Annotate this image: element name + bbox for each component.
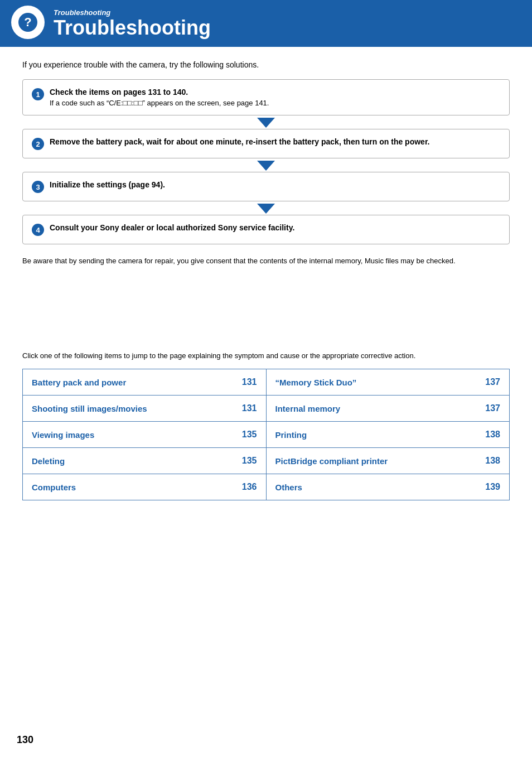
jump-cell-printing[interactable]: Printing 138 [266,422,510,448]
jump-page: 139 [485,482,500,492]
jump-cell-inner: Internal memory 137 [275,403,501,413]
jump-cell-inner: Shooting still images/movies 131 [32,403,257,413]
jump-page: 131 [242,377,257,387]
step-number-1: 1 [32,88,44,100]
main-content: If you experience trouble with the camer… [0,47,532,523]
step-arrow-2 [22,161,510,171]
jump-page: 135 [242,456,257,466]
intro-text: If you experience trouble with the camer… [22,60,510,69]
question-mark-icon: ? [18,12,38,32]
jump-cell-others[interactable]: Others 139 [266,474,510,500]
jump-intro: Click one of the following items to jump… [22,350,510,361]
jump-label: Shooting still images/movies [32,404,147,413]
jump-label: “Memory Stick Duo” [275,378,357,387]
jump-label: Viewing images [32,430,94,440]
jump-label: Printing [275,430,307,440]
jump-table: Battery pack and power 131 “Memory Stick… [22,369,510,500]
jump-label: PictBridge compliant printer [275,456,388,466]
jump-page: 135 [242,430,257,440]
step-heading-4: Consult your Sony dealer or local author… [50,223,294,232]
step-number-2: 2 [32,138,44,150]
svg-text:?: ? [24,15,31,29]
jump-page: 136 [242,482,257,492]
step-heading-2: Remove the battery pack, wait for about … [50,137,429,146]
jump-label: Battery pack and power [32,378,126,387]
jump-cell-inner: “Memory Stick Duo” 137 [275,377,501,387]
jump-label: Others [275,483,302,492]
jump-cell-inner: Deleting 135 [32,456,257,466]
jump-label: Deleting [32,456,65,466]
step-heading-1: Check the items on pages 131 to 140. [50,88,188,97]
steps-container: 1 Check the items on pages 131 to 140. I… [22,79,510,244]
step-arrow-3 [22,204,510,214]
jump-cell-deleting[interactable]: Deleting 135 [23,448,267,474]
step-number-3: 3 [32,181,44,193]
jump-page: 138 [485,456,500,466]
jump-cell-inner: Computers 136 [32,482,257,492]
header-icon: ? [11,6,45,39]
jump-label: Computers [32,483,76,492]
header-title: Troubleshooting [54,17,211,39]
step-box-3: 3 Initialize the settings (page 94). [22,172,510,201]
note-text: Be aware that by sending the camera for … [22,255,510,267]
jump-cell-shootingstillimages/movies[interactable]: Shooting still images/movies 131 [23,396,267,422]
jump-page: 138 [485,430,500,440]
step-box-1: 1 Check the items on pages 131 to 140. I… [22,79,510,115]
jump-cell-inner: Battery pack and power 131 [32,377,257,387]
jump-page: 137 [485,403,500,413]
step-content-1: Check the items on pages 131 to 140. If … [50,88,500,107]
page-number: 130 [17,734,33,746]
jump-cell-pictbridgecompliantprinter[interactable]: PictBridge compliant printer 138 [266,448,510,474]
spacer [22,283,510,350]
jump-page: 131 [242,403,257,413]
header-text-block: Troubleshooting Troubleshooting [54,8,211,39]
step-heading-3: Initialize the settings (page 94). [50,180,165,189]
header-subtitle: Troubleshooting [54,8,211,17]
step-box-2: 2 Remove the battery pack, wait for abou… [22,129,510,158]
page-header: ? Troubleshooting Troubleshooting [0,0,532,47]
step-content-2: Remove the battery pack, wait for about … [50,137,500,146]
jump-cell-inner: Printing 138 [275,430,501,440]
jump-cell-batterypackandpower[interactable]: Battery pack and power 131 [23,369,267,396]
step-content-3: Initialize the settings (page 94). [50,180,500,189]
step-box-4: 4 Consult your Sony dealer or local auth… [22,215,510,244]
step-number-4: 4 [32,224,44,236]
step-detail-1: If a code such as “C/E:□□:□□” appears on… [50,99,500,107]
jump-cell-internalmemory[interactable]: Internal memory 137 [266,396,510,422]
jump-cell-inner: PictBridge compliant printer 138 [275,456,501,466]
jump-label: Internal memory [275,404,341,413]
jump-page: 137 [485,377,500,387]
jump-cell-“memorystickduo”[interactable]: “Memory Stick Duo” 137 [266,369,510,396]
step-content-4: Consult your Sony dealer or local author… [50,223,500,232]
jump-cell-inner: Others 139 [275,482,501,492]
jump-cell-computers[interactable]: Computers 136 [23,474,267,500]
jump-cell-inner: Viewing images 135 [32,430,257,440]
step-arrow-1 [22,118,510,128]
jump-cell-viewingimages[interactable]: Viewing images 135 [23,422,267,448]
